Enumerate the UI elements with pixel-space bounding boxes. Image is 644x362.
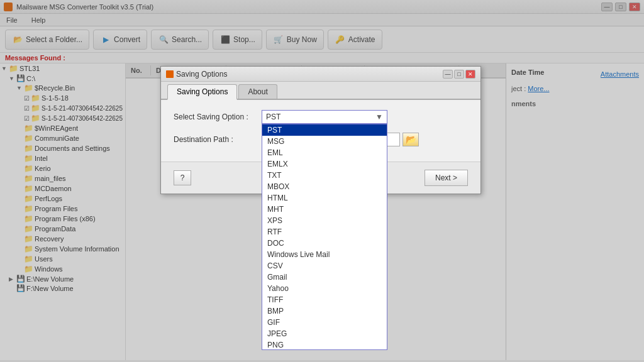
folder-browse-icon: 📂 <box>406 134 416 145</box>
dropdown-option-gif[interactable]: GIF <box>262 317 387 328</box>
dropdown-option-rtf[interactable]: RTF <box>262 226 387 238</box>
dropdown-option-pst[interactable]: PST <box>262 124 387 136</box>
dropdown-option-jpeg[interactable]: JPEG <box>262 328 387 339</box>
format-select-value: PST <box>266 112 280 121</box>
dropdown-option-windowslivemail[interactable]: Windows Live Mail <box>262 249 387 260</box>
dropdown-arrow-icon: ▼ <box>375 112 383 121</box>
dropdown-option-tiff[interactable]: TIFF <box>262 294 387 305</box>
dropdown-option-txt[interactable]: TXT <box>262 170 387 181</box>
tab-about[interactable]: About <box>238 84 277 99</box>
dialog-title-bar: Saving Options — □ ✕ <box>161 67 480 82</box>
destination-path-label: Destination Path : <box>174 135 262 144</box>
dialog-window-controls: — □ ✕ <box>443 70 475 79</box>
dropdown-option-bmp[interactable]: BMP <box>262 305 387 317</box>
next-button[interactable]: Next > <box>425 170 468 186</box>
dropdown-option-doc[interactable]: DOC <box>262 238 387 249</box>
dropdown-option-msg[interactable]: MSG <box>262 136 387 147</box>
format-dropdown-list[interactable]: PST MSG EML EMLX TXT MBOX HTML MHT XPS R… <box>262 124 387 350</box>
select-saving-option-label: Select Saving Option : <box>174 112 262 121</box>
dropdown-option-gmail[interactable]: Gmail <box>262 272 387 283</box>
help-button[interactable]: ? <box>174 170 191 185</box>
format-select[interactable]: PST ▼ <box>262 110 387 124</box>
select-saving-option-row: Select Saving Option : PST ▼ PST MSG EML… <box>174 110 468 124</box>
saving-options-dialog: Saving Options — □ ✕ Saving Options Abou… <box>160 66 481 194</box>
dialog-title: Saving Options <box>176 70 227 79</box>
dropdown-option-png[interactable]: PNG <box>262 339 387 350</box>
dialog-icon <box>166 70 174 78</box>
dropdown-option-yahoo[interactable]: Yahoo <box>262 283 387 294</box>
dialog-close-button[interactable]: ✕ <box>465 70 475 79</box>
dropdown-option-mht[interactable]: MHT <box>262 204 387 215</box>
dialog-tabs: Saving Options About <box>161 82 480 100</box>
dropdown-option-xps[interactable]: XPS <box>262 215 387 226</box>
dropdown-option-eml[interactable]: EML <box>262 147 387 158</box>
dropdown-option-emlx[interactable]: EMLX <box>262 158 387 170</box>
dropdown-option-html[interactable]: HTML <box>262 192 387 204</box>
browse-button[interactable]: 📂 <box>402 133 419 146</box>
dialog-maximize-button[interactable]: □ <box>454 70 464 79</box>
dialog-minimize-button[interactable]: — <box>443 70 453 79</box>
dropdown-option-mbox[interactable]: MBOX <box>262 181 387 192</box>
dialog-body: Select Saving Option : PST ▼ PST MSG EML… <box>161 100 480 156</box>
tab-saving-options[interactable]: Saving Options <box>167 84 237 100</box>
dropdown-option-csv[interactable]: CSV <box>262 260 387 272</box>
format-select-wrapper: PST ▼ PST MSG EML EMLX TXT MBOX HTML MHT… <box>262 110 387 124</box>
